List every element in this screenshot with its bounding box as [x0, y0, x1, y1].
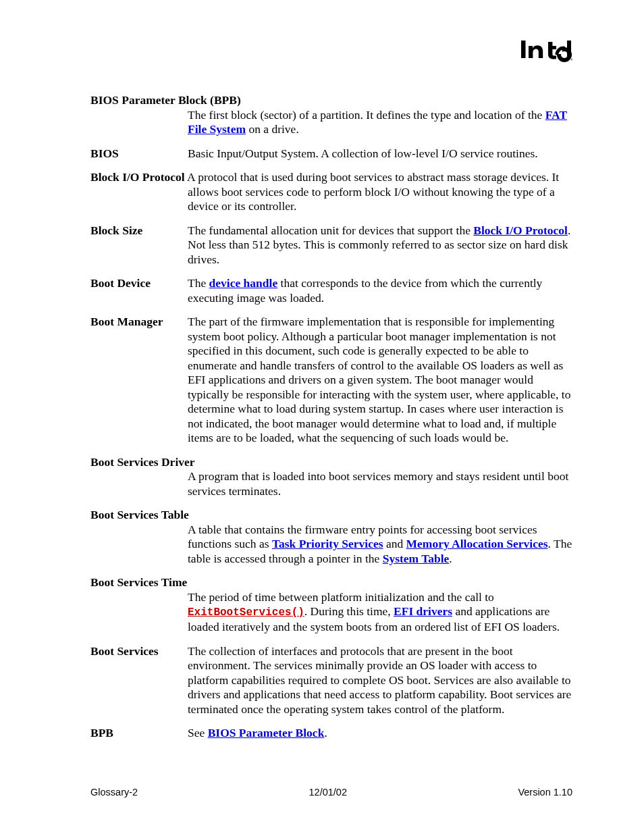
term: Block Size [90, 224, 188, 238]
term: Boot Manager [90, 315, 188, 330]
glossary-entry: Boot Services Driver A program that is l… [90, 455, 572, 499]
term: BPB [90, 726, 188, 741]
term: Boot Device [90, 276, 188, 291]
link-bios-parameter-block[interactable]: BIOS Parameter Block [208, 726, 325, 739]
glossary-entry: Boot Services The collection of interfac… [90, 644, 572, 717]
page-footer: Glossary-2 12/01/02 Version 1.10 [90, 787, 572, 798]
glossary-entry: Boot Device The device handle that corre… [90, 276, 572, 305]
definition: allows boot services code to perform blo… [188, 185, 572, 214]
definition: The fundamental allocation unit for devi… [188, 224, 572, 267]
link-block-io-protocol[interactable]: Block I/O Protocol [473, 224, 568, 237]
term: Block I/O Protocol [90, 170, 185, 184]
definition: The period of time between platform init… [188, 590, 572, 635]
term: BIOS Parameter Block (BPB) [90, 93, 572, 108]
link-memory-allocation-services[interactable]: Memory Allocation Services [406, 537, 548, 550]
glossary-entry: Block Size The fundamental allocation un… [90, 224, 572, 267]
glossary-content: BIOS Parameter Block (BPB) The first blo… [90, 93, 572, 741]
footer-left: Glossary-2 [90, 787, 138, 798]
footer-right: Version 1.10 [518, 787, 572, 798]
glossary-entry: Boot Services Table A table that contain… [90, 508, 572, 566]
definition: The part of the firmware implementation … [188, 315, 572, 446]
svg-rect-3 [567, 41, 571, 58]
term: Boot Services Table [90, 508, 572, 523]
definition: The first block (sector) of a partition.… [188, 108, 572, 137]
footer-center: 12/01/02 [309, 787, 347, 798]
definition: A program that is loaded into boot servi… [188, 469, 572, 498]
link-exitbootservices[interactable]: ExitBootServices() [188, 606, 304, 619]
definition: A table that contains the firmware entry… [188, 523, 572, 567]
term: BIOS [90, 147, 188, 161]
svg-rect-0 [521, 41, 526, 58]
term: Boot Services [90, 644, 188, 659]
link-device-handle[interactable]: device handle [209, 276, 278, 290]
glossary-entry: Boot Services Time The period of time be… [90, 575, 572, 634]
link-task-priority-services[interactable]: Task Priority Services [272, 537, 383, 550]
definition: The device handle that corresponds to th… [188, 276, 572, 305]
glossary-entry: BIOS Basic Input/Output System. A collec… [90, 147, 572, 161]
glossary-entry: BPB See BIOS Parameter Block. [90, 726, 572, 741]
glossary-entry: Boot Manager The part of the firmware im… [90, 315, 572, 446]
term: Boot Services Driver [90, 455, 572, 470]
glossary-entry: Block I/O Protocol A protocol that is us… [90, 170, 572, 214]
link-efi-drivers[interactable]: EFI drivers [394, 604, 452, 618]
definition: The collection of interfaces and protoco… [188, 644, 572, 717]
intel-logo [520, 38, 572, 66]
definition: See BIOS Parameter Block. [188, 726, 572, 741]
link-system-table[interactable]: System Table [383, 552, 450, 565]
svg-point-4 [571, 59, 572, 60]
term: Boot Services Time [90, 575, 572, 590]
page: BIOS Parameter Block (BPB) The first blo… [0, 0, 644, 834]
definition-inline: A protocol that is used during boot serv… [187, 170, 559, 184]
definition: Basic Input/Output System. A collection … [188, 147, 572, 161]
glossary-entry: BIOS Parameter Block (BPB) The first blo… [90, 93, 572, 137]
